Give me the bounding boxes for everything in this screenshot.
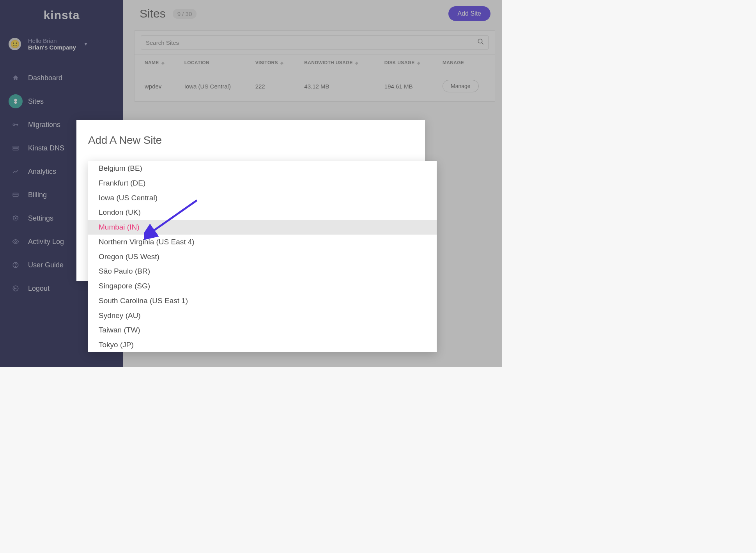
location-option[interactable]: Taiwan (TW) bbox=[88, 323, 437, 337]
location-option[interactable]: Belgium (BE) bbox=[88, 161, 437, 176]
location-option[interactable]: São Paulo (BR) bbox=[88, 264, 437, 279]
location-option[interactable]: Tokyo (JP) bbox=[88, 337, 437, 352]
location-option[interactable]: Iowa (US Central) bbox=[88, 191, 437, 205]
location-dropdown: Belgium (BE)Frankfurt (DE)Iowa (US Centr… bbox=[88, 161, 437, 352]
location-option[interactable]: Sydney (AU) bbox=[88, 308, 437, 323]
modal-title: Add A New Site bbox=[88, 134, 413, 147]
location-option[interactable]: Frankfurt (DE) bbox=[88, 176, 437, 191]
location-option[interactable]: London (UK) bbox=[88, 205, 437, 220]
location-option[interactable]: South Carolina (US East 1) bbox=[88, 293, 437, 308]
location-option[interactable]: Mumbai (IN) bbox=[88, 220, 437, 235]
location-option[interactable]: Oregon (US West) bbox=[88, 249, 437, 264]
location-option[interactable]: Northern Virginia (US East 4) bbox=[88, 235, 437, 249]
location-option[interactable]: Singapore (SG) bbox=[88, 279, 437, 293]
